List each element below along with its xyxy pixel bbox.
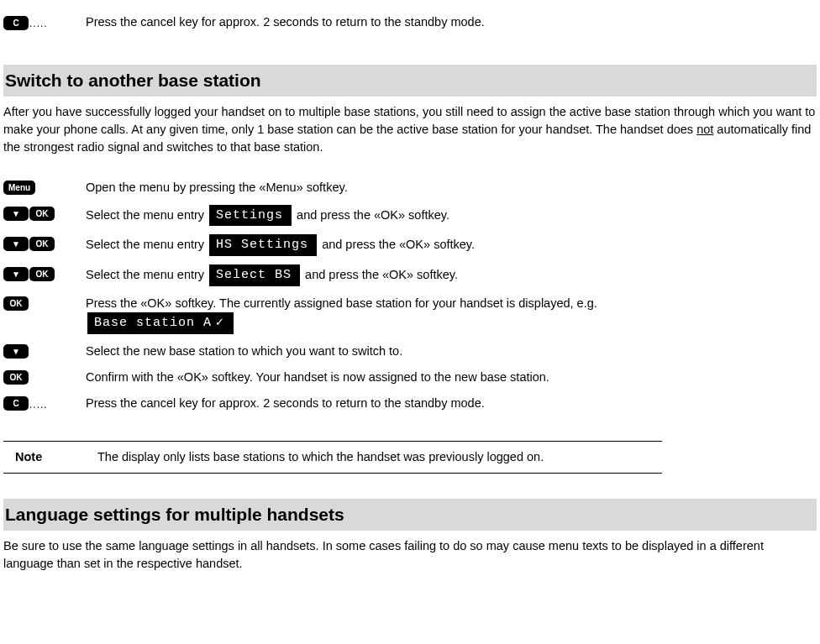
key-down-icon [3,237,29,251]
key-cell: OK [3,234,86,256]
step-text: Confirm with the «OK» softkey. Your hand… [86,369,657,386]
screen-hs-settings: HS Settings [209,234,317,256]
screen-settings: Settings [209,205,292,227]
step-row: OK Select the menu entry Settings and pr… [3,205,657,227]
step-text: Select the menu entry HS Settings and pr… [86,234,657,256]
step-row: Menu Open the menu by pressing the «Menu… [3,179,657,196]
check-icon: ✓ [215,316,225,328]
screen-select-bs: Select BS [209,264,300,286]
key-cell: C..... [3,395,86,412]
note-label: Note [3,448,97,466]
note-text: The display only lists base stations to … [97,448,544,466]
intro-step-block: C..... Press the cancel key for approx. … [3,5,485,39]
step-text-post: and press the «OK» softkey. [302,268,458,281]
step-text: Select the new base station to which you… [86,343,657,360]
step-text: Open the menu by pressing the «Menu» sof… [86,179,657,196]
step-text: Select the menu entry Select BS and pres… [86,264,657,286]
key-ok-icon: OK [29,267,55,281]
key-cell: OK [3,264,86,286]
key-ok-icon: OK [3,296,29,311]
step-row: OK Press the «OK» softkey. The currently… [3,295,657,334]
hold-dots: ..... [29,18,48,29]
heading-switch-base: Switch to another base station [3,65,817,97]
step-text-pre: Select the menu entry [86,268,208,281]
switch-intro-paragraph: After you have successfully logged your … [3,103,817,156]
hold-dots: ..... [29,398,48,410]
step-row: OK Select the menu entry HS Settings and… [3,234,657,256]
key-cell: OK [3,295,86,334]
step-row: OK Confirm with the «OK» softkey. Your h… [3,369,657,386]
screen-base-station-a: Base station A✓ [87,312,234,334]
key-down-icon [3,344,29,359]
key-ok-icon: OK [29,237,55,251]
screen-text: Base station A [94,316,212,330]
key-cell [3,343,86,360]
step-text: Press the «OK» softkey. The currently as… [86,295,657,334]
step-text-post: and press the «OK» softkey. [318,238,475,251]
step-text-pre: Select the menu entry [86,207,208,221]
switch-steps: Menu Open the menu by pressing the «Menu… [3,170,657,421]
step-text: Select the menu entry Settings and press… [86,205,657,227]
language-paragraph: Be sure to use the same language setting… [3,537,817,573]
note-box: Note The display only lists base station… [3,441,662,474]
step-text-post: and press the «OK» softkey. [293,207,449,221]
step-row: C..... Press the cancel key for approx. … [3,13,485,31]
switch-intro-pre: After you have successfully logged your … [3,105,815,136]
key-down-icon [3,267,29,281]
step-row: C..... Press the cancel key for approx. … [3,395,657,412]
key-cell: C..... [3,13,86,31]
step-row: Select the new base station to which you… [3,343,657,360]
step-text: Press the cancel key for approx. 2 secon… [86,395,657,412]
step-text: Press the cancel key for approx. 2 secon… [86,13,485,31]
key-cell: OK [3,369,86,386]
heading-language-settings: Language settings for multiple handsets [3,499,817,531]
step-text-pre: Select the menu entry [86,238,208,251]
key-cell: OK [3,205,86,227]
key-ok-icon: OK [3,370,29,385]
key-menu-icon: Menu [3,181,35,195]
switch-intro-not: not [696,123,713,136]
key-c-icon: C [3,16,29,30]
key-c-icon: C [3,396,29,411]
key-cell: Menu [3,179,86,196]
step-text-pre: Press the «OK» softkey. The currently as… [86,296,597,310]
key-ok-icon: OK [29,207,55,221]
step-row: OK Select the menu entry Select BS and p… [3,264,657,286]
key-down-icon [3,207,29,221]
